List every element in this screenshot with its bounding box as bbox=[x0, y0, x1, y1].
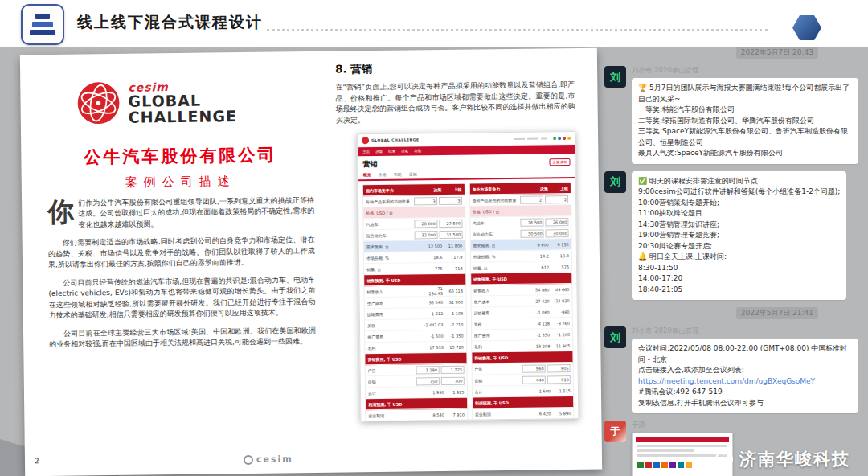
cesim-table-row: 利润率, % 11.7 11.2 bbox=[473, 419, 574, 421]
row-value: 17 333 bbox=[424, 344, 444, 349]
avatar[interactable]: 于 bbox=[604, 421, 626, 442]
row-label: 市场份额, % bbox=[473, 253, 529, 259]
cesim-page-title: 营销 bbox=[362, 159, 377, 170]
row-label: 营业利润 bbox=[368, 412, 424, 418]
cesim-table-row: 运输费用 -1 060 -980 bbox=[471, 306, 572, 319]
row-value: 610 bbox=[547, 375, 571, 384]
vendor-watermark: 济南华峻科技 bbox=[714, 448, 850, 470]
row-label: 国内市场竞争力 bbox=[366, 187, 422, 193]
cesim-table-row: 海外市场竞争力 决策 上轮 bbox=[469, 183, 571, 195]
row-value: 700 bbox=[440, 376, 464, 384]
row-value: 12 500 bbox=[422, 244, 442, 248]
row-value: 1 180 bbox=[416, 366, 439, 374]
cesim-app-brand: GLOBAL CHALLENGE bbox=[371, 137, 420, 142]
row-value: -1 500 bbox=[424, 333, 444, 338]
cesim-table-row: 关税 -2 447.03 -2 210 bbox=[365, 319, 466, 332]
row-value: 750 bbox=[416, 377, 439, 385]
placeholder-link bbox=[541, 137, 547, 139]
cesim-table-row: 市场份额, % 18.6 17.9 bbox=[364, 252, 465, 265]
placeholder-link bbox=[527, 137, 538, 139]
row-value: -2 210 bbox=[443, 322, 463, 326]
cesim-tab: 概览 bbox=[363, 172, 371, 177]
cesim-table-row: 汽油车 26 500 26 000 bbox=[470, 216, 571, 229]
flag-dot-icon bbox=[553, 137, 556, 140]
flag-dot-icon bbox=[567, 137, 571, 140]
row-value: -4 118 bbox=[530, 321, 550, 326]
row-value: 14.2 bbox=[529, 253, 549, 258]
chat-message: 刘 刘小奇 2020泰山管理 会议时间:2022/05/08 08:00-22:… bbox=[604, 326, 865, 413]
avatar[interactable]: 刘 bbox=[604, 326, 626, 348]
row-value: -31 900 bbox=[443, 299, 463, 304]
row-value: 11 800 bbox=[442, 243, 462, 248]
cesim-table-row: 广告 1 180 1 225 bbox=[366, 364, 467, 377]
row-value: 26 500 bbox=[520, 218, 543, 226]
row-value: 15 720 bbox=[444, 344, 464, 349]
cesim-mini-globe-icon bbox=[362, 137, 369, 144]
case-paragraph: 公司目前只经营传统的燃油汽车市场,但现在普遍的共识是:混合动力车、电动车(ele… bbox=[48, 275, 316, 322]
logo-block bbox=[35, 14, 50, 19]
message-body: 刘小奇 2020泰山管理 🏆 5月7日的团队展示与海报大赛圆满结束啦!每个公司都… bbox=[632, 66, 858, 164]
cesim-nav-item: 排名 bbox=[401, 150, 408, 154]
message-line: 19:00营销管理专题竞赛; bbox=[638, 230, 840, 241]
row-value: -1 350 bbox=[444, 333, 464, 338]
cesim-table-row: 销售预测, 千 USD bbox=[364, 274, 465, 287]
logo-block bbox=[32, 22, 53, 27]
cesim-table-row: 国内市场竞争力 决策 上轮 bbox=[363, 184, 465, 197]
logo-square bbox=[661, 462, 668, 468]
row-label: 需求预测, 台 bbox=[473, 242, 529, 248]
row-value: -1 060 bbox=[530, 310, 550, 314]
cesim-table-row: 销量, 台 775 718 bbox=[364, 263, 465, 276]
message-line: 14:30营销管理知识讲座; bbox=[638, 220, 840, 231]
cesim-table-row: 合计 1 600 1 515 bbox=[472, 385, 573, 398]
avatar[interactable]: 刘 bbox=[604, 66, 626, 88]
cesim-table-row: 价格, USD / 台 bbox=[470, 205, 571, 218]
cesim-table-row: 利润预测, 千 USD bbox=[366, 398, 467, 411]
cesim-table-row: 营销费用, 千 USD bbox=[472, 351, 573, 364]
row-value: -2 447.03 bbox=[423, 322, 443, 326]
row-label: 销售预测, 千 USD bbox=[366, 277, 423, 283]
cesim-table-row: 生产成本 -27 420 -24 830 bbox=[471, 295, 572, 308]
row-value: 6 420 bbox=[530, 411, 551, 416]
row-label: 销量, 台 bbox=[473, 265, 530, 270]
row-value: 30 000 bbox=[546, 229, 569, 237]
cesim-tab: 促销 bbox=[409, 171, 417, 176]
message-line: #腾讯会议:492-647-519 bbox=[638, 387, 852, 398]
case-paragraph: 你们作为公牛汽车股份有限公司重组领导团队,一系列意义重大的挑战正等待达成。公司曾… bbox=[47, 195, 314, 232]
cesim-table-row: 促销 640 610 bbox=[472, 374, 573, 387]
cesim-logo: cesim GLOBAL CHALLENGE bbox=[76, 79, 313, 126]
language-flag-icons bbox=[553, 137, 571, 140]
row-value: 9 800 bbox=[529, 242, 549, 247]
page-number: 2 bbox=[35, 457, 39, 465]
message-line: 二等奖:绿拓国际制造有限公司、华腾汽车股份有限公司 bbox=[638, 116, 852, 127]
cesim-table-row: 每种产品采用的功能数量 3 3 bbox=[363, 195, 465, 208]
cesim-table-row: 关税 -4 118 -3 760 bbox=[471, 318, 572, 330]
row-label: 利润预测, 千 USD bbox=[475, 400, 531, 405]
row-value: -1 200 bbox=[550, 332, 570, 337]
cesim-table-row: 销售收入 54 880 49 660 bbox=[471, 284, 572, 297]
row-label: 毛利 bbox=[367, 345, 424, 351]
cesim-footer-text: cesim bbox=[256, 453, 293, 465]
row-label: 生产成本 bbox=[473, 298, 530, 304]
placeholder-link bbox=[514, 137, 525, 139]
cesim-tab: 功能 bbox=[394, 172, 402, 177]
attachment-text-line bbox=[637, 445, 727, 447]
row-value: 32 000 bbox=[414, 231, 437, 239]
case-paragraph-text: 们作为公牛汽车股份有限公司重组领导团队,一系列意义重大的挑战正等待达成。公司曾取… bbox=[78, 196, 314, 229]
avatar[interactable]: 刘 bbox=[604, 171, 626, 193]
case-document-page: cesim GLOBAL CHALLENGE 公牛汽车股份有限公司 案例公司描述… bbox=[20, 48, 602, 476]
row-label: 合计 bbox=[474, 388, 530, 394]
row-value: 960 bbox=[522, 364, 546, 372]
row-label: 营销费用, 千 USD bbox=[474, 355, 530, 360]
message-line: 最具人气奖:SpaceY新能源汽车股份有限公司 bbox=[638, 148, 852, 159]
case-paragraph: 公司目前在全球主要经营三大市场区域:美国、中国和欧洲。我们在美国和欧洲的业务相对… bbox=[49, 326, 316, 351]
cesim-globe-icon bbox=[76, 81, 121, 125]
row-label: 营业利润 bbox=[475, 411, 531, 416]
meeting-link[interactable]: https://meeting.tencent.com/dm/ugBXeqGso… bbox=[638, 376, 852, 388]
cesim-nav-item: 决策 bbox=[375, 150, 383, 154]
logo-square bbox=[645, 462, 652, 468]
chat-panel: 2022年5月7日 20:43 刘 刘小奇 2020泰山管理 🏆 5月7日的团队… bbox=[604, 47, 865, 476]
cesim-challenge-text: CHALLENGE bbox=[129, 109, 237, 126]
row-value: 3 bbox=[439, 196, 462, 204]
message-line: 会议时间:2022/05/08 08:00-22:00 (GMT+08:00) … bbox=[638, 343, 852, 365]
row-label: 营销费用, 千 USD bbox=[367, 356, 424, 362]
